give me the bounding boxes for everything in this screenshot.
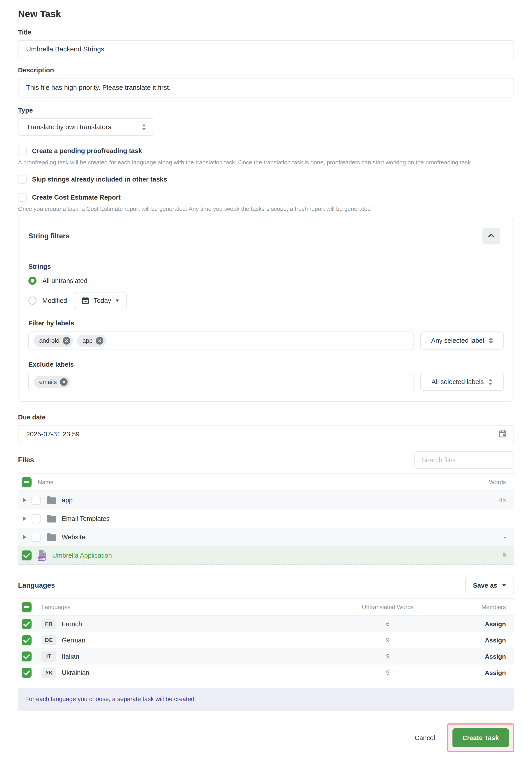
untranslated-words-column-header: Untranslated Words: [325, 604, 451, 611]
new-task-form: New Task Title Description This file has…: [0, 0, 532, 761]
skip-strings-checkbox[interactable]: [18, 175, 27, 183]
create-task-button[interactable]: Create Task: [452, 728, 509, 747]
exclude-labels-label: Exclude labels: [28, 361, 504, 368]
description-label: Description: [18, 66, 514, 74]
footer-actions: Cancel Create Task: [18, 723, 514, 752]
remove-label-icon[interactable]: ×: [96, 337, 103, 345]
json-file-icon: JSON: [37, 549, 47, 561]
untranslated-words-value: 9: [325, 669, 451, 676]
language-code-badge: DE: [41, 635, 56, 646]
proofreading-checkbox[interactable]: [18, 146, 27, 155]
file-words: -: [504, 533, 514, 541]
calendar-icon[interactable]: [498, 429, 507, 439]
title-input[interactable]: [18, 40, 514, 58]
collapse-panel-button[interactable]: [482, 228, 500, 245]
languages-column-header: Languages: [41, 604, 71, 611]
languages-table-header: Languages Untranslated Words Members: [18, 599, 514, 616]
files-table-header: Name Words: [18, 474, 514, 491]
due-date-input[interactable]: [18, 425, 514, 443]
exclude-labels-mode-value: All selected labels: [432, 378, 484, 386]
file-row-app[interactable]: app 45: [18, 491, 514, 509]
radio-all-untranslated-row: All untranslated: [28, 277, 504, 285]
filter-by-labels-row: android × app × Any selected label: [28, 332, 504, 350]
language-checkbox[interactable]: [22, 652, 32, 661]
language-row-german[interactable]: DE German 9 Assign: [18, 632, 514, 648]
file-checkbox[interactable]: [32, 514, 41, 523]
type-select[interactable]: Translate by own translators: [18, 118, 153, 136]
label-chip-text: emails: [39, 379, 57, 386]
cost-estimate-help-text: Once you create a task, a Cost Estimate …: [18, 205, 514, 213]
filter-labels-mode-value: Any selected label: [431, 337, 484, 344]
modified-radio-label: Modified: [42, 297, 67, 305]
filter-labels-input[interactable]: android × app ×: [28, 332, 414, 350]
exclude-labels-input[interactable]: emails ×: [28, 373, 414, 391]
search-files-input[interactable]: [414, 451, 514, 469]
language-row-italian[interactable]: IT Italian 9 Assign: [18, 648, 514, 665]
remove-label-icon[interactable]: ×: [60, 378, 68, 386]
all-untranslated-radio[interactable]: [28, 277, 37, 285]
type-select-value: Translate by own translators: [27, 123, 111, 131]
modified-date-value: Today: [94, 297, 111, 305]
assign-link[interactable]: Assign: [485, 637, 506, 644]
files-heading-text: Files: [18, 456, 34, 464]
save-as-button[interactable]: Save as: [465, 576, 514, 594]
expand-folder-icon[interactable]: [18, 517, 32, 521]
exclude-labels-row: emails × All selected labels: [28, 373, 504, 391]
remove-label-icon[interactable]: ×: [63, 337, 70, 345]
language-checkbox[interactable]: [22, 668, 32, 678]
select-all-files-checkbox[interactable]: [22, 477, 32, 487]
language-code-badge: IT: [41, 651, 56, 662]
string-filters-panel: String filters Strings All untranslated …: [18, 218, 514, 402]
modified-date-dropdown[interactable]: Today: [74, 292, 127, 309]
file-checkbox-checked[interactable]: [22, 550, 32, 560]
assign-link[interactable]: Assign: [485, 669, 506, 676]
file-row-email-templates[interactable]: Email Templates -: [18, 509, 514, 528]
proofreading-checkbox-row: Create a pending proofreading task: [18, 146, 514, 155]
files-table: Name Words app 45 Email Templates -: [18, 473, 514, 565]
file-checkbox[interactable]: [32, 496, 41, 505]
file-name: Website: [62, 533, 85, 541]
exclude-labels-mode-select[interactable]: All selected labels: [420, 373, 504, 391]
filter-labels-mode-select[interactable]: Any selected label: [420, 332, 504, 350]
cancel-button[interactable]: Cancel: [413, 734, 436, 742]
file-words: 45: [499, 496, 514, 504]
language-checkbox[interactable]: [22, 635, 32, 645]
file-checkbox[interactable]: [32, 533, 41, 542]
svg-text:JSON: JSON: [38, 557, 45, 560]
assign-link[interactable]: Assign: [485, 621, 506, 628]
language-checkbox[interactable]: [22, 619, 32, 629]
calendar-icon: [81, 296, 90, 305]
description-input[interactable]: This file has high priority. Please tran…: [18, 78, 514, 97]
proofreading-help-text: A proofreading task will be created for …: [18, 159, 514, 166]
filter-by-labels-label: Filter by labels: [28, 320, 504, 327]
cost-estimate-checkbox-row: Create Cost Estimate Report: [18, 193, 514, 202]
due-date-label: Due date: [18, 413, 514, 421]
language-row-ukrainian[interactable]: УК Ukrainian 9 Assign: [18, 665, 514, 681]
modified-radio[interactable]: [28, 297, 37, 305]
label-chip: android ×: [34, 335, 73, 347]
title-label: Title: [18, 28, 514, 36]
proofreading-checkbox-label: Create a pending proofreading task: [32, 147, 142, 155]
label-chip-text: android: [39, 337, 59, 344]
language-code-badge: УК: [41, 668, 56, 678]
expand-folder-icon[interactable]: [18, 498, 32, 502]
cost-estimate-checkbox[interactable]: [18, 193, 27, 202]
language-row-french[interactable]: FR French 6 Assign: [18, 616, 514, 632]
files-words-column-header: Words: [489, 479, 514, 486]
select-all-languages-checkbox[interactable]: [22, 602, 32, 612]
type-label: Type: [18, 106, 514, 114]
string-filters-header: String filters: [18, 218, 514, 254]
all-untranslated-radio-label: All untranslated: [42, 277, 87, 285]
language-name: Italian: [62, 653, 79, 660]
caret-down-icon: [502, 584, 506, 587]
file-row-website[interactable]: Website -: [18, 528, 514, 546]
file-row-umbrella-application[interactable]: JSON Umbrella Application 9: [18, 546, 514, 565]
files-name-column-header: Name: [38, 479, 53, 486]
label-chip: emails ×: [34, 376, 70, 388]
language-code-badge: FR: [41, 619, 56, 629]
string-filters-body: Strings All untranslated Modified: [18, 254, 514, 401]
assign-link[interactable]: Assign: [485, 653, 506, 660]
files-count-badge: 1: [38, 457, 41, 464]
folder-icon: [46, 514, 57, 523]
expand-folder-icon[interactable]: [18, 535, 32, 539]
